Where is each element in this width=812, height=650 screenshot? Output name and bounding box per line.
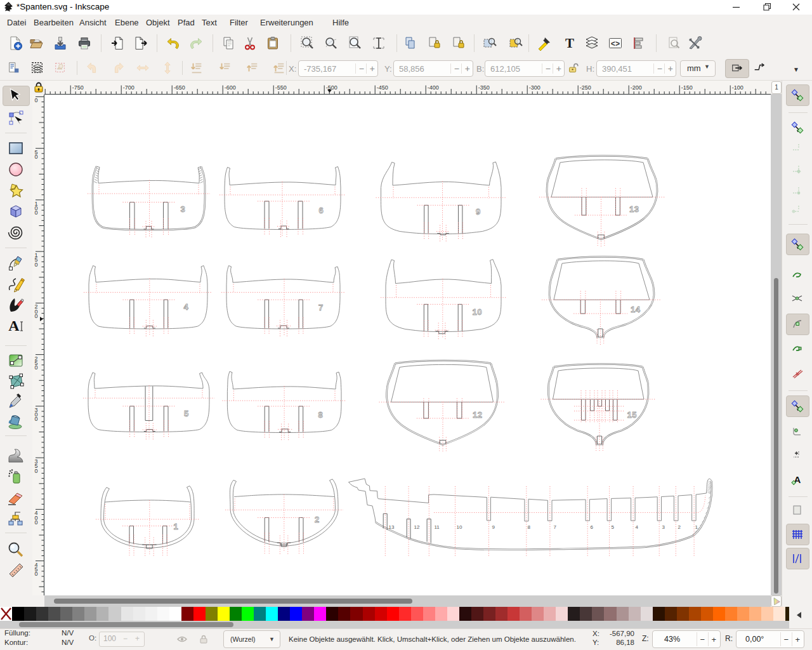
svg-text:1: 1 bbox=[695, 524, 698, 530]
svg-text:8: 8 bbox=[528, 524, 531, 530]
svg-text:12: 12 bbox=[473, 410, 482, 420]
svg-text:T: T bbox=[565, 36, 574, 51]
svg-text:13: 13 bbox=[629, 204, 639, 214]
svg-text:-300: -300 bbox=[529, 84, 540, 91]
svg-text:0: 0 bbox=[35, 364, 38, 371]
svg-text:5: 5 bbox=[612, 524, 615, 530]
svg-text:7: 7 bbox=[318, 303, 324, 312]
svg-text:14: 14 bbox=[631, 305, 641, 314]
svg-text:5: 5 bbox=[184, 409, 189, 418]
svg-text:-550: -550 bbox=[275, 84, 287, 91]
svg-text:0: 0 bbox=[35, 571, 38, 577]
svg-text:0: 0 bbox=[35, 468, 38, 474]
svg-text:-250: -250 bbox=[580, 84, 591, 91]
svg-text:2: 2 bbox=[678, 524, 681, 530]
svg-text:0: 0 bbox=[35, 209, 38, 216]
svg-text:-200: -200 bbox=[631, 84, 642, 91]
svg-text:9: 9 bbox=[492, 524, 495, 530]
svg-text:11: 11 bbox=[435, 524, 440, 530]
svg-text:6: 6 bbox=[591, 524, 594, 530]
svg-text:-600: -600 bbox=[225, 84, 236, 91]
svg-text:<>: <> bbox=[611, 40, 620, 49]
svg-text:10: 10 bbox=[457, 524, 462, 530]
svg-text:0: 0 bbox=[35, 519, 38, 526]
svg-text:-350: -350 bbox=[478, 84, 490, 91]
svg-text:9: 9 bbox=[476, 207, 481, 216]
svg-text:0: 0 bbox=[35, 313, 38, 319]
svg-text:0: 0 bbox=[35, 416, 38, 422]
svg-text:6: 6 bbox=[319, 206, 324, 215]
svg-text:-150: -150 bbox=[681, 84, 693, 91]
svg-text:4: 4 bbox=[184, 302, 189, 312]
svg-text:-100: -100 bbox=[732, 84, 743, 91]
svg-text:7: 7 bbox=[554, 524, 557, 530]
svg-text:0: 0 bbox=[35, 154, 38, 160]
svg-text:-700: -700 bbox=[123, 84, 134, 91]
svg-text:0: 0 bbox=[35, 97, 38, 103]
svg-text:2: 2 bbox=[315, 515, 320, 524]
svg-text:15: 15 bbox=[627, 410, 637, 420]
svg-text:3: 3 bbox=[662, 524, 665, 530]
svg-text:13: 13 bbox=[389, 524, 395, 530]
svg-text:3: 3 bbox=[181, 204, 186, 214]
svg-text:-400: -400 bbox=[428, 84, 439, 91]
svg-text:-750: -750 bbox=[72, 84, 84, 91]
svg-text:8: 8 bbox=[318, 410, 324, 420]
svg-text:0: 0 bbox=[35, 262, 38, 268]
svg-text:4: 4 bbox=[636, 524, 639, 530]
svg-text:A: A bbox=[8, 317, 20, 334]
svg-text:12: 12 bbox=[414, 524, 420, 530]
svg-text:-650: -650 bbox=[174, 84, 185, 91]
svg-text:10: 10 bbox=[473, 307, 482, 317]
svg-text:1: 1 bbox=[174, 522, 179, 531]
svg-text:-450: -450 bbox=[377, 84, 388, 91]
